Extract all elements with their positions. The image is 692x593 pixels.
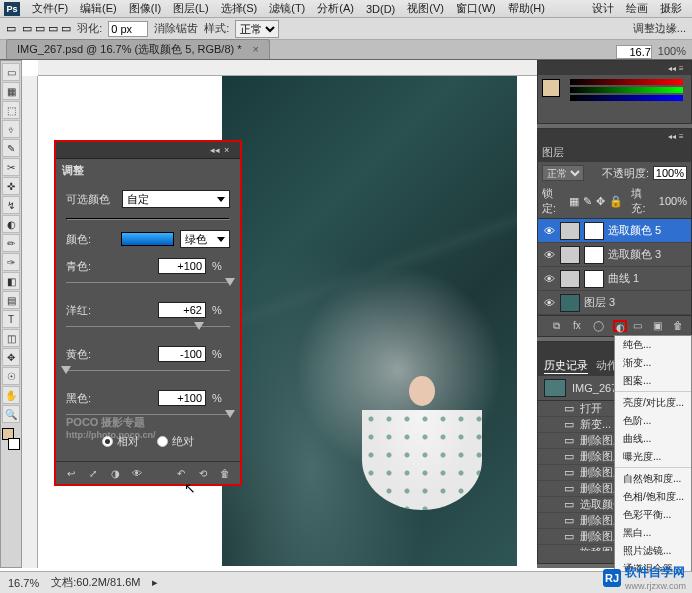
menu-item[interactable]: 色彩平衡...	[615, 506, 691, 524]
expand-icon[interactable]: ⤢	[86, 467, 100, 479]
document-image[interactable]	[222, 76, 517, 566]
fill-input[interactable]: 100%	[659, 195, 687, 207]
feather-input[interactable]	[108, 21, 148, 37]
visibility-icon[interactable]: 👁	[542, 249, 556, 261]
clip-icon[interactable]: ◑	[108, 467, 122, 479]
tool-blur[interactable]: ▤	[2, 291, 20, 309]
close-icon[interactable]: ×	[224, 145, 234, 155]
menu-window[interactable]: 窗口(W)	[450, 1, 502, 16]
tool-move[interactable]: ▭	[2, 63, 20, 81]
workspace-design[interactable]: 设计	[586, 1, 620, 16]
radio-absolute[interactable]: 绝对	[157, 434, 194, 449]
layer-item[interactable]: 👁 曲线 1	[538, 267, 691, 291]
visibility-icon[interactable]: 👁	[542, 225, 556, 237]
ruler-horizontal[interactable]	[38, 60, 537, 76]
new-layer-icon[interactable]: ▣	[653, 320, 667, 332]
link-icon[interactable]: ⧉	[553, 320, 567, 332]
document-tab[interactable]: IMG_267.psd @ 16.7% (选取颜色 5, RGB/8) * ×	[6, 39, 270, 59]
preset-select[interactable]: 自定	[122, 190, 230, 208]
adjustments-tab[interactable]: 调整	[56, 159, 240, 182]
menu-analysis[interactable]: 分析(A)	[311, 1, 360, 16]
r-slider[interactable]	[570, 79, 683, 85]
menu-item[interactable]: 纯色...	[615, 336, 691, 354]
menu-item[interactable]: 黑白...	[615, 524, 691, 542]
tool-gradient[interactable]: ◧	[2, 272, 20, 290]
tool-shape[interactable]: ✥	[2, 348, 20, 366]
menu-layer[interactable]: 图层(L)	[167, 1, 214, 16]
slider-magenta-track[interactable]	[66, 322, 230, 332]
menu-item[interactable]: 照片滤镜...	[615, 542, 691, 560]
lock-pixels-icon[interactable]: ✎	[583, 195, 592, 208]
tool-crop[interactable]: ✎	[2, 139, 20, 157]
slider-magenta-input[interactable]	[158, 302, 206, 318]
opacity-input[interactable]: 100%	[653, 166, 687, 180]
tool-stamp[interactable]: ◐	[2, 215, 20, 233]
history-tab[interactable]: 历史记录	[544, 358, 588, 374]
layers-tab[interactable]: 图层	[542, 145, 564, 160]
background-swatch[interactable]	[8, 438, 20, 450]
tool-pen[interactable]: ◫	[2, 329, 20, 347]
tool-type[interactable]: T	[2, 310, 20, 328]
mask-icon[interactable]: ◯	[593, 320, 607, 332]
tool-lasso[interactable]: ⬚	[2, 101, 20, 119]
workspace-paint[interactable]: 绘画	[620, 1, 654, 16]
zoom-input[interactable]	[616, 45, 652, 59]
ruler-vertical[interactable]	[22, 76, 38, 568]
collapse-icon[interactable]: ◂◂	[668, 64, 676, 72]
reset-icon[interactable]: ⟲	[196, 467, 210, 479]
refine-edge-button[interactable]: 调整边缘...	[633, 21, 686, 36]
slider-cyan-track[interactable]	[66, 278, 230, 288]
return-icon[interactable]: ↩	[64, 467, 78, 479]
menu-item[interactable]: 渐变...	[615, 354, 691, 372]
menu-select[interactable]: 选择(S)	[215, 1, 264, 16]
tool-hand[interactable]: ✋	[2, 386, 20, 404]
style-select[interactable]: 正常	[235, 20, 279, 38]
status-arrow-icon[interactable]: ▸	[152, 576, 158, 589]
adjustments-titlebar[interactable]: ◂◂ ×	[56, 142, 240, 159]
workspace-photo[interactable]: 摄影	[654, 1, 688, 16]
prev-icon[interactable]: ↶	[174, 467, 188, 479]
menu-item[interactable]: 曝光度...	[615, 448, 691, 468]
menu-item[interactable]: 色阶...	[615, 412, 691, 430]
new-adjustment-icon[interactable]: ◐	[613, 320, 627, 332]
slider-black-input[interactable]	[158, 390, 206, 406]
color-select[interactable]: 绿色	[180, 230, 230, 248]
collapse-icon[interactable]: ◂◂	[210, 145, 220, 155]
group-icon[interactable]: ▭	[633, 320, 647, 332]
antialias-checkbox[interactable]: 消除锯齿	[154, 21, 198, 36]
menu-filter[interactable]: 滤镜(T)	[263, 1, 311, 16]
menu-view[interactable]: 视图(V)	[401, 1, 450, 16]
tool-brush[interactable]: ↯	[2, 196, 20, 214]
tool-healing[interactable]: ✜	[2, 177, 20, 195]
tool-history-brush[interactable]: ✏	[2, 234, 20, 252]
menu-item[interactable]: 曲线...	[615, 430, 691, 448]
trash-icon[interactable]: 🗑	[673, 320, 687, 332]
tool-marquee[interactable]: ▦	[2, 82, 20, 100]
menu-item[interactable]: 自然饱和度...	[615, 470, 691, 488]
visibility-icon[interactable]: 👁	[542, 273, 556, 285]
slider-cyan-input[interactable]	[158, 258, 206, 274]
visibility-icon[interactable]: 👁	[542, 297, 556, 309]
menu-help[interactable]: 帮助(H)	[502, 1, 551, 16]
menu-item[interactable]: 色相/饱和度...	[615, 488, 691, 506]
fx-icon[interactable]: fx	[573, 320, 587, 332]
slider-yellow-input[interactable]	[158, 346, 206, 362]
tool-eyedropper[interactable]: ✂	[2, 158, 20, 176]
menu-3d[interactable]: 3D(D)	[360, 3, 401, 15]
layer-item[interactable]: 👁 选取颜色 5	[538, 219, 691, 243]
trash-icon[interactable]: 🗑	[218, 467, 232, 479]
menu-image[interactable]: 图像(I)	[123, 1, 167, 16]
close-tab-icon[interactable]: ×	[253, 43, 259, 55]
slider-yellow-track[interactable]	[66, 366, 230, 376]
lock-transparency-icon[interactable]: ▦	[569, 195, 579, 208]
menu-item[interactable]: 图案...	[615, 372, 691, 392]
layer-item[interactable]: 👁 选取颜色 3	[538, 243, 691, 267]
menu-icon[interactable]: ≡	[679, 132, 687, 140]
color-swatches[interactable]	[2, 428, 20, 450]
g-slider[interactable]	[570, 87, 683, 93]
tool-3d[interactable]: ☉	[2, 367, 20, 385]
layer-item[interactable]: 👁 图层 3	[538, 291, 691, 315]
lock-all-icon[interactable]: 🔒	[609, 195, 623, 208]
marquee-tool-icon[interactable]: ▭	[6, 22, 16, 35]
status-zoom[interactable]: 16.7%	[8, 577, 39, 589]
